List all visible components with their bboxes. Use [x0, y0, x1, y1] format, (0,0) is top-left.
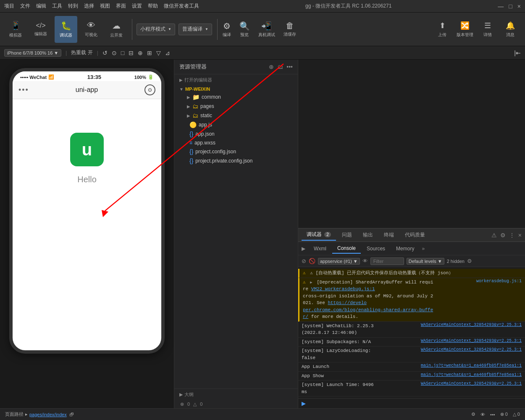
appjson-label: app.json: [195, 131, 214, 137]
sub-tab-console[interactable]: Console: [332, 244, 361, 254]
console-link-3[interactable]: WAServiceMainContext_32854293&v=2.25.3:1: [421, 323, 522, 327]
debugger-button[interactable]: 🐛 调试器: [55, 16, 77, 43]
detail-icon: ☰: [484, 21, 491, 30]
tab-output[interactable]: 输出: [358, 230, 378, 240]
eye-status-icon[interactable]: 👁: [480, 412, 485, 417]
menu-tool[interactable]: 工具: [52, 3, 62, 10]
tab-issues[interactable]: 问题: [337, 230, 357, 240]
clearcache-button[interactable]: 🗑 清缓存: [284, 21, 296, 37]
mode-dropdown[interactable]: 小程序模式 ▼: [136, 24, 175, 35]
console-link-6[interactable]: main.js?t=wechat&s=1_ea469fb85f7e85ea1:1: [421, 363, 522, 368]
wxss-file-icon: ≡: [189, 140, 192, 146]
static-folder[interactable]: ▶ 🗂 static: [174, 111, 298, 120]
record-icon[interactable]: ⊙: [112, 50, 117, 56]
project-private-config-file[interactable]: {} project.private.config.json: [174, 156, 298, 165]
preview-button[interactable]: 🔍 预览: [239, 21, 250, 38]
device-icon4[interactable]: ⊞: [147, 50, 152, 56]
devtools-close-icon[interactable]: ×: [518, 232, 522, 239]
console-clear-icon[interactable]: 🚫: [309, 258, 315, 264]
console-input[interactable]: [308, 401, 522, 407]
context-select[interactable]: appservice (#1) ▼: [318, 258, 360, 265]
eye-icon[interactable]: 👁: [362, 258, 368, 264]
console-link-5[interactable]: WAServiceMainContext_32854293&v=2.25.3:1: [421, 347, 522, 352]
minimize-button[interactable]: —: [498, 3, 504, 10]
refresh-icon[interactable]: ↺: [102, 50, 108, 56]
file-panel-icons[interactable]: ⊕ 🗂 •••: [269, 63, 293, 70]
phone-menu-dots[interactable]: •••: [18, 86, 29, 94]
console-gear-icon[interactable]: ⚙: [467, 258, 472, 264]
screen-icon[interactable]: □: [121, 50, 124, 56]
warning-icon: ⚠: [491, 232, 497, 239]
project-config-file[interactable]: {} project.config.json: [174, 147, 298, 156]
sub-tab-memory[interactable]: Memory: [391, 244, 419, 253]
compile-button[interactable]: ⚙ 编译: [223, 21, 231, 38]
device-icon5[interactable]: ▽: [156, 50, 161, 56]
menu-select[interactable]: 选择: [84, 3, 94, 10]
mpweixin-section[interactable]: ▼ MP-WEIXIN: [174, 86, 298, 92]
menu-help[interactable]: 帮助: [148, 3, 158, 10]
path-page-icon[interactable]: 🗗: [69, 412, 74, 417]
detail-button[interactable]: ☰ 详情: [477, 16, 498, 43]
hotreload-label[interactable]: 热重载 开: [71, 49, 92, 56]
console-block-icon[interactable]: ⊘: [302, 258, 306, 264]
new-folder-icon[interactable]: 🗂: [277, 63, 283, 70]
upload-button[interactable]: ⬆ 上传: [432, 16, 453, 43]
devtools-settings-icon[interactable]: ⚙: [500, 232, 506, 239]
file-more-icon[interactable]: •••: [286, 63, 293, 70]
common-folder[interactable]: ▶ 📁 common: [174, 92, 298, 102]
devtools-tab-icons[interactable]: ⚠ ⚙ ⋮ ×: [491, 232, 522, 239]
window-controls[interactable]: — □ ×: [498, 3, 521, 10]
console-link-2[interactable]: workerasdebug.js:1: [438, 279, 522, 284]
level-select[interactable]: Default levels ▼: [407, 258, 444, 265]
tab-terminal[interactable]: 终端: [379, 230, 399, 240]
cloud-button[interactable]: ☁ 云开发: [105, 16, 128, 43]
message-button[interactable]: 🔔 消息: [500, 16, 521, 43]
phone-time: 13:35: [87, 74, 101, 80]
console-link-4[interactable]: WAServiceMainContext_32854293&v=2.25.3:1: [421, 339, 522, 343]
cloud-sync-icon[interactable]: |⇤: [514, 50, 521, 56]
settings-icon[interactable]: ⚙: [471, 412, 475, 417]
visual-button[interactable]: 👁 可视化: [80, 16, 102, 43]
console-link-7[interactable]: main.js?t=wechat&s=1_ea469fb85f7e85ea1:1: [421, 373, 522, 377]
sub-tab-wxml[interactable]: Wxml: [309, 244, 331, 253]
devtools-more-icon[interactable]: ⋮: [509, 232, 515, 239]
menu-settings[interactable]: 设置: [132, 3, 142, 10]
menu-goto[interactable]: 转到: [68, 3, 78, 10]
device-select[interactable]: iPhone 6/7/8 100% 16 ▼: [4, 49, 61, 57]
console-link-8[interactable]: WAServiceMainContext_32854293&v=2.25.3:1: [421, 381, 522, 386]
menu-wechat[interactable]: 微信开发者工具: [164, 3, 199, 10]
device-icon6[interactable]: ⊿: [165, 50, 170, 56]
context-select-label: appservice (#1): [320, 259, 352, 264]
realtest-button[interactable]: 📲 真机调试: [258, 21, 275, 38]
tab-debugger[interactable]: 调试器 2: [302, 229, 336, 241]
sub-tab-navigate-icon[interactable]: ▶: [302, 246, 305, 252]
menu-edit[interactable]: 编辑: [36, 3, 46, 10]
pages-folder[interactable]: ▶ 🗂 pages: [174, 102, 298, 111]
maximize-button[interactable]: □: [509, 3, 512, 10]
appjs-file[interactable]: 🟡 app.js: [174, 120, 298, 129]
device-icon2[interactable]: ⊟: [129, 50, 134, 56]
simulator-button[interactable]: 📱 模拟器: [4, 16, 27, 43]
version-button[interactable]: 🔀 版本管理: [454, 16, 475, 43]
new-file-icon[interactable]: ⊕: [269, 63, 274, 70]
phone-action-btn[interactable]: ⊙: [144, 84, 155, 95]
editor-button[interactable]: </> 编辑器: [29, 16, 52, 43]
close-button[interactable]: ×: [517, 3, 521, 10]
menu-bar[interactable]: 项目 文件 编辑 工具 转到 选择 视图 界面 设置 帮助 微信开发者工具: [4, 3, 199, 10]
compile-dropdown[interactable]: 普通编译 ▼: [178, 24, 212, 35]
appwxss-file[interactable]: ≡ app.wxss: [174, 139, 298, 147]
more-status-icon[interactable]: •••: [490, 412, 495, 417]
outline-section[interactable]: ▶ 大纲: [174, 388, 298, 400]
sub-tab-more-icon[interactable]: »: [422, 246, 425, 252]
menu-project[interactable]: 项目: [4, 3, 14, 10]
appjson-file[interactable]: {} app.json: [174, 129, 298, 139]
filter-input[interactable]: [370, 257, 404, 265]
menu-ui[interactable]: 界面: [116, 3, 126, 10]
device-icon3[interactable]: ⊕: [138, 50, 143, 56]
sub-tab-sources[interactable]: Sources: [362, 244, 390, 253]
menu-view[interactable]: 视图: [100, 3, 110, 10]
menu-file[interactable]: 文件: [20, 3, 30, 10]
open-editors-section[interactable]: ▶ 打开的编辑器: [174, 74, 298, 86]
path-value[interactable]: pages/index/index: [29, 412, 67, 417]
tab-codequality[interactable]: 代码质量: [400, 230, 430, 240]
